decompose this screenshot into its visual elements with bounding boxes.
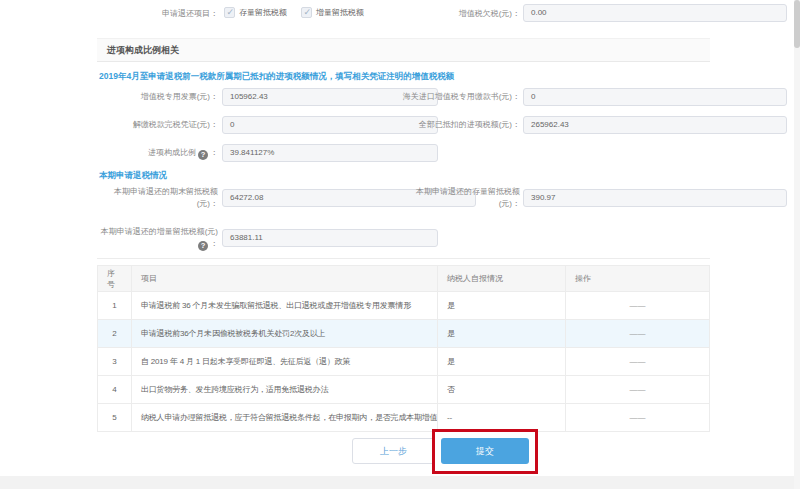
- vat-invoice-label: 增值税专用发票(元)：: [0, 88, 218, 106]
- refund-project-label: 申请退还项目：: [90, 8, 218, 19]
- incremental-credit-input[interactable]: 63881.11: [222, 229, 438, 247]
- table-row: 3 自 2019 年 4 月 1 日起未享受即征即退、先征后返（退）政策 是 —…: [98, 348, 710, 376]
- scrollbar-track[interactable]: [794, 0, 800, 489]
- section-title-input-composition: 进项构成比例相关: [97, 38, 710, 62]
- row-operation: ——: [566, 320, 710, 348]
- checkbox-label: 增量留抵税额: [316, 7, 364, 18]
- row-report: 是: [438, 320, 566, 348]
- input-ratio-input[interactable]: 39.841127%: [222, 144, 438, 162]
- section-title-current-refund: 本期申请退税情况: [99, 170, 167, 182]
- divider: [97, 258, 710, 259]
- customs-payment-input[interactable]: 0: [523, 88, 787, 106]
- row-operation: ——: [566, 348, 710, 376]
- previous-step-button[interactable]: 上一步: [352, 438, 435, 464]
- row-item: 申请退税前36个月未因偷税被税务机关处罚2次及以上: [132, 320, 438, 348]
- row-report: 是: [438, 348, 566, 376]
- col-header-no: 序号: [98, 266, 132, 292]
- row-operation: ——: [566, 292, 710, 320]
- form-row: 增值税专用发票(元)： 105962.43 海关进口增值税专用缴款书(元)： 0: [0, 88, 800, 108]
- row-no: 3: [98, 348, 132, 376]
- help-icon[interactable]: [198, 241, 208, 251]
- row-item: 自 2019 年 4 月 1 日起未享受即征即退、先征后返（退）政策: [132, 348, 438, 376]
- form-row: 解缴税款完税凭证(元)： 0 全部已抵扣的进项税额(元)： 265962.43: [0, 116, 800, 136]
- checkbox-label: 存量留抵税额: [239, 7, 287, 18]
- input-ratio-label: 进项构成比例：: [0, 144, 218, 162]
- customs-payment-label: 海关进口增值税专用缴款书(元)：: [300, 88, 520, 106]
- table-row: 1 申请退税前 36 个月未发生骗取留抵退税、出口退税或虚开增值税专用发票情形 …: [98, 292, 710, 320]
- table-row: 4 出口货物劳务、发生跨境应税行为，适用免抵退税办法 否 ——: [98, 376, 710, 404]
- label-line2: (元)：: [0, 198, 218, 210]
- stock-credit-label: 本期申请退还的存量留抵税额 (元)：: [300, 186, 520, 210]
- vat-refund-application-page: 申请退还项目： 存量留抵税额 增量留抵税额 增值税欠税(元)： 0.00 进项构…: [0, 0, 800, 489]
- col-header-operation: 操作: [566, 266, 710, 292]
- checkbox-checked-icon: [301, 7, 312, 18]
- stock-credit-input[interactable]: 390.97: [523, 189, 787, 207]
- label-colon: ：: [210, 148, 218, 157]
- row-no: 2: [98, 320, 132, 348]
- checkbox-incremental-retained-credit[interactable]: 增量留抵税额: [301, 7, 364, 18]
- form-row: 进项构成比例： 39.841127%: [0, 144, 800, 164]
- label-colon: ：: [210, 239, 218, 248]
- submit-button[interactable]: 提交: [441, 438, 529, 464]
- row-item: 纳税人申请办理留抵退税，应于符合留抵退税条件起，在申报期内，是否完成本期增值税纳…: [132, 404, 438, 432]
- col-header-item: 项目: [132, 266, 438, 292]
- col-header-report: 纳税人自报情况: [438, 266, 566, 292]
- label-line1: 本期申请退还的存量留抵税额: [300, 186, 520, 198]
- help-icon[interactable]: [198, 150, 208, 160]
- table-row: 2 申请退税前36个月未因偷税被税务机关处罚2次及以上 是 ——: [98, 320, 710, 348]
- row-no: 4: [98, 376, 132, 404]
- form-row: 本期申请退还的增量留抵税额(元) ： 63881.11: [0, 226, 800, 262]
- label-line1: 本期申请退还的期末留抵税额: [0, 186, 218, 198]
- vat-owed-label: 增值税欠税(元)：: [410, 8, 520, 19]
- row-report: 是: [438, 292, 566, 320]
- row-item: 出口货物劳务、发生跨境应税行为，适用免抵退税办法: [132, 376, 438, 404]
- tax-cert-label: 解缴税款完税凭证(元)：: [0, 116, 218, 134]
- row-item: 申请退税前 36 个月未发生骗取留抵退税、出口退税或虚开增值税专用发票情形: [132, 292, 438, 320]
- section1-subtitle: 2019年4月至申请退税前一税款所属期已抵扣的进项税额情况，填写相关凭证注明的增…: [99, 71, 454, 83]
- form-row: 本期申请退还的期末留抵税额 (元)： 64272.08 本期申请退还的存量留抵税…: [0, 186, 800, 222]
- total-deducted-label: 全部已抵扣的进项税额(元)：: [300, 116, 520, 134]
- input-ratio-label-text: 进项构成比例: [148, 148, 196, 157]
- table-header-row: 序号 项目 纳税人自报情况 操作: [98, 266, 710, 292]
- row-no: 5: [98, 404, 132, 432]
- total-deducted-input[interactable]: 265962.43: [523, 116, 787, 134]
- row-operation: ——: [566, 404, 710, 432]
- table-row: 5 纳税人申请办理留抵退税，应于符合留抵退税条件起，在申报期内，是否完成本期增值…: [98, 404, 710, 432]
- incremental-credit-label: 本期申请退还的增量留抵税额(元) ：: [0, 226, 218, 251]
- label-line1: 本期申请退还的增量留抵税额(元): [0, 226, 218, 238]
- end-period-credit-label: 本期申请退还的期末留抵税额 (元)：: [0, 186, 218, 210]
- checkbox-stock-retained-credit[interactable]: 存量留抵税额: [224, 7, 287, 18]
- label-line2: (元)：: [300, 198, 520, 210]
- self-report-table: 序号 项目 纳税人自报情况 操作 1 申请退税前 36 个月未发生骗取留抵退税、…: [97, 265, 710, 432]
- row-no: 1: [98, 292, 132, 320]
- refund-project-checkbox-group: 存量留抵税额 增量留抵税额: [224, 6, 364, 19]
- row-report: --: [438, 404, 566, 432]
- checkbox-checked-icon: [224, 7, 235, 18]
- label-line2: ：: [0, 238, 218, 251]
- row-report: 否: [438, 376, 566, 404]
- vat-owed-input[interactable]: 0.00: [523, 4, 787, 22]
- page-footer: 主办单位：国家税务总局: [0, 476, 800, 489]
- row-operation: ——: [566, 376, 710, 404]
- scrollbar-thumb[interactable]: [794, 0, 800, 48]
